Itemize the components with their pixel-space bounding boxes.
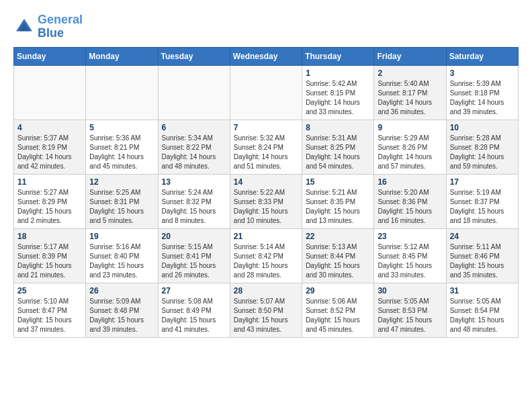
day-number: 29 xyxy=(306,286,370,295)
page-header: General Blue xyxy=(13,13,519,40)
day-number: 9 xyxy=(378,123,442,132)
header-friday: Friday xyxy=(374,47,446,65)
header-sunday: Sunday xyxy=(14,47,86,65)
calendar-week-2: 4Sunrise: 5:37 AM Sunset: 8:19 PM Daylig… xyxy=(14,120,519,174)
day-number: 2 xyxy=(378,68,442,78)
calendar-cell: 14Sunrise: 5:22 AM Sunset: 8:33 PM Dayli… xyxy=(230,174,302,228)
cell-content: Sunrise: 5:17 AM Sunset: 8:39 PM Dayligh… xyxy=(17,242,82,280)
day-number: 13 xyxy=(162,177,226,187)
calendar-cell: 6Sunrise: 5:34 AM Sunset: 8:22 PM Daylig… xyxy=(158,120,230,174)
day-number: 4 xyxy=(17,123,82,132)
calendar-cell: 2Sunrise: 5:40 AM Sunset: 8:17 PM Daylig… xyxy=(374,65,446,120)
day-number: 1 xyxy=(306,68,370,78)
cell-content: Sunrise: 5:07 AM Sunset: 8:50 PM Dayligh… xyxy=(234,297,298,334)
calendar-cell: 1Sunrise: 5:42 AM Sunset: 8:15 PM Daylig… xyxy=(302,65,374,120)
calendar-cell: 12Sunrise: 5:25 AM Sunset: 8:31 PM Dayli… xyxy=(86,174,158,228)
calendar-week-4: 18Sunrise: 5:17 AM Sunset: 8:39 PM Dayli… xyxy=(14,228,519,283)
cell-content: Sunrise: 5:31 AM Sunset: 8:25 PM Dayligh… xyxy=(306,134,370,171)
day-number: 18 xyxy=(17,232,82,241)
calendar-cell: 22Sunrise: 5:13 AM Sunset: 8:44 PM Dayli… xyxy=(302,228,374,283)
calendar-cell xyxy=(158,65,230,120)
cell-content: Sunrise: 5:08 AM Sunset: 8:49 PM Dayligh… xyxy=(162,297,226,334)
cell-content: Sunrise: 5:13 AM Sunset: 8:44 PM Dayligh… xyxy=(306,242,370,280)
calendar-cell: 30Sunrise: 5:05 AM Sunset: 8:53 PM Dayli… xyxy=(374,283,446,337)
calendar-week-1: 1Sunrise: 5:42 AM Sunset: 8:15 PM Daylig… xyxy=(14,65,519,120)
calendar-week-5: 25Sunrise: 5:10 AM Sunset: 8:47 PM Dayli… xyxy=(14,283,519,337)
day-number: 24 xyxy=(450,232,515,241)
cell-content: Sunrise: 5:12 AM Sunset: 8:45 PM Dayligh… xyxy=(378,242,442,280)
calendar-cell: 17Sunrise: 5:19 AM Sunset: 8:37 PM Dayli… xyxy=(446,174,518,228)
cell-content: Sunrise: 5:27 AM Sunset: 8:29 PM Dayligh… xyxy=(17,188,82,226)
cell-content: Sunrise: 5:16 AM Sunset: 8:40 PM Dayligh… xyxy=(89,242,154,280)
day-number: 21 xyxy=(234,232,298,241)
day-number: 3 xyxy=(450,68,515,78)
header-saturday: Saturday xyxy=(446,47,518,65)
cell-content: Sunrise: 5:32 AM Sunset: 8:24 PM Dayligh… xyxy=(234,134,298,171)
logo: General Blue xyxy=(13,13,83,40)
calendar-cell: 4Sunrise: 5:37 AM Sunset: 8:19 PM Daylig… xyxy=(14,120,86,174)
day-number: 6 xyxy=(162,123,226,132)
calendar-cell xyxy=(86,65,158,120)
day-number: 30 xyxy=(378,286,442,295)
calendar-cell: 16Sunrise: 5:20 AM Sunset: 8:36 PM Dayli… xyxy=(374,174,446,228)
calendar-cell: 23Sunrise: 5:12 AM Sunset: 8:45 PM Dayli… xyxy=(374,228,446,283)
calendar-cell: 10Sunrise: 5:28 AM Sunset: 8:28 PM Dayli… xyxy=(446,120,518,174)
day-number: 22 xyxy=(306,232,370,241)
day-number: 23 xyxy=(378,232,442,241)
header-thursday: Thursday xyxy=(302,47,374,65)
day-number: 5 xyxy=(89,123,154,132)
day-number: 20 xyxy=(162,232,226,241)
header-monday: Monday xyxy=(86,47,158,65)
day-number: 12 xyxy=(89,177,154,187)
cell-content: Sunrise: 5:25 AM Sunset: 8:31 PM Dayligh… xyxy=(89,188,154,226)
cell-content: Sunrise: 5:36 AM Sunset: 8:21 PM Dayligh… xyxy=(89,134,154,171)
cell-content: Sunrise: 5:11 AM Sunset: 8:46 PM Dayligh… xyxy=(450,242,515,280)
cell-content: Sunrise: 5:39 AM Sunset: 8:18 PM Dayligh… xyxy=(450,79,515,117)
calendar-cell: 20Sunrise: 5:15 AM Sunset: 8:41 PM Dayli… xyxy=(158,228,230,283)
cell-content: Sunrise: 5:22 AM Sunset: 8:33 PM Dayligh… xyxy=(234,188,298,226)
calendar-cell: 13Sunrise: 5:24 AM Sunset: 8:32 PM Dayli… xyxy=(158,174,230,228)
cell-content: Sunrise: 5:10 AM Sunset: 8:47 PM Dayligh… xyxy=(17,297,82,334)
calendar-cell: 29Sunrise: 5:06 AM Sunset: 8:52 PM Dayli… xyxy=(302,283,374,337)
calendar-table: SundayMondayTuesdayWednesdayThursdayFrid… xyxy=(13,47,519,338)
day-number: 11 xyxy=(17,177,82,187)
calendar-cell: 5Sunrise: 5:36 AM Sunset: 8:21 PM Daylig… xyxy=(86,120,158,174)
calendar-cell: 28Sunrise: 5:07 AM Sunset: 8:50 PM Dayli… xyxy=(230,283,302,337)
header-tuesday: Tuesday xyxy=(158,47,230,65)
cell-content: Sunrise: 5:29 AM Sunset: 8:26 PM Dayligh… xyxy=(378,134,442,171)
cell-content: Sunrise: 5:20 AM Sunset: 8:36 PM Dayligh… xyxy=(378,188,442,226)
day-number: 19 xyxy=(89,232,154,241)
calendar-cell: 26Sunrise: 5:09 AM Sunset: 8:48 PM Dayli… xyxy=(86,283,158,337)
cell-content: Sunrise: 5:19 AM Sunset: 8:37 PM Dayligh… xyxy=(450,188,515,226)
calendar-cell: 8Sunrise: 5:31 AM Sunset: 8:25 PM Daylig… xyxy=(302,120,374,174)
day-number: 8 xyxy=(306,123,370,132)
calendar-week-3: 11Sunrise: 5:27 AM Sunset: 8:29 PM Dayli… xyxy=(14,174,519,228)
calendar-cell: 7Sunrise: 5:32 AM Sunset: 8:24 PM Daylig… xyxy=(230,120,302,174)
cell-content: Sunrise: 5:15 AM Sunset: 8:41 PM Dayligh… xyxy=(162,242,226,280)
calendar-cell: 31Sunrise: 5:05 AM Sunset: 8:54 PM Dayli… xyxy=(446,283,518,337)
header-wednesday: Wednesday xyxy=(230,47,302,65)
cell-content: Sunrise: 5:14 AM Sunset: 8:42 PM Dayligh… xyxy=(234,242,298,280)
calendar-cell: 9Sunrise: 5:29 AM Sunset: 8:26 PM Daylig… xyxy=(374,120,446,174)
logo-text: General Blue xyxy=(38,13,83,40)
calendar-cell: 11Sunrise: 5:27 AM Sunset: 8:29 PM Dayli… xyxy=(14,174,86,228)
calendar-cell xyxy=(230,65,302,120)
day-number: 16 xyxy=(378,177,442,187)
day-number: 25 xyxy=(17,286,82,295)
calendar-cell: 19Sunrise: 5:16 AM Sunset: 8:40 PM Dayli… xyxy=(86,228,158,283)
day-number: 27 xyxy=(162,286,226,295)
day-number: 28 xyxy=(234,286,298,295)
day-number: 31 xyxy=(450,286,515,295)
cell-content: Sunrise: 5:34 AM Sunset: 8:22 PM Dayligh… xyxy=(162,134,226,171)
calendar-cell: 25Sunrise: 5:10 AM Sunset: 8:47 PM Dayli… xyxy=(14,283,86,337)
cell-content: Sunrise: 5:37 AM Sunset: 8:19 PM Dayligh… xyxy=(17,134,82,171)
calendar-cell: 18Sunrise: 5:17 AM Sunset: 8:39 PM Dayli… xyxy=(14,228,86,283)
calendar-cell xyxy=(14,65,86,120)
day-number: 15 xyxy=(306,177,370,187)
cell-content: Sunrise: 5:42 AM Sunset: 8:15 PM Dayligh… xyxy=(306,79,370,117)
day-number: 14 xyxy=(234,177,298,187)
cell-content: Sunrise: 5:06 AM Sunset: 8:52 PM Dayligh… xyxy=(306,297,370,334)
cell-content: Sunrise: 5:21 AM Sunset: 8:35 PM Dayligh… xyxy=(306,188,370,226)
calendar-cell: 27Sunrise: 5:08 AM Sunset: 8:49 PM Dayli… xyxy=(158,283,230,337)
cell-content: Sunrise: 5:24 AM Sunset: 8:32 PM Dayligh… xyxy=(162,188,226,226)
